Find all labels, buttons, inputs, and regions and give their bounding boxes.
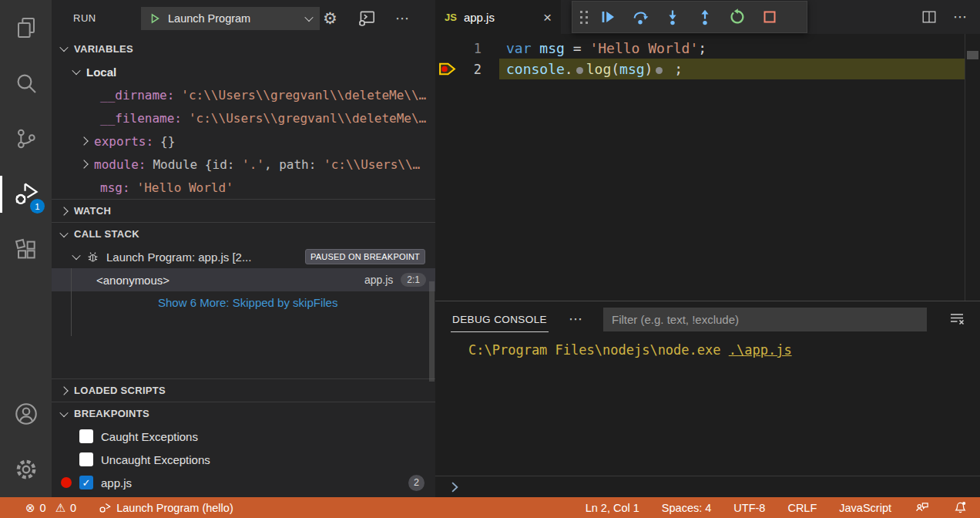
inline-breakpoint-dot-icon[interactable]: [656, 67, 663, 74]
activity-explorer[interactable]: [0, 0, 52, 56]
debug-console-panel: DEBUG CONSOLE ⋯ C:\Program Files\nodejs\…: [435, 301, 980, 497]
continue-button[interactable]: [592, 1, 624, 33]
step-out-icon: [696, 8, 714, 26]
checkbox-unchecked[interactable]: [79, 452, 93, 466]
chevron-right-icon: [79, 160, 88, 168]
language-mode[interactable]: JavaScript: [839, 502, 891, 514]
scope-local[interactable]: Local: [52, 60, 435, 83]
tab-appjs[interactable]: JS app.js ×: [435, 0, 561, 34]
chevron-right-icon: [79, 136, 88, 145]
breakpoint-row-caught[interactable]: Caught Exceptions: [52, 425, 435, 448]
status-bar: ⊗ 0 ⚠ 0 Launch Program (hello) Ln 2, Col…: [0, 497, 980, 518]
show-more-link[interactable]: Show 6 More: Skipped by skipFiles: [52, 291, 435, 313]
continue-icon: [599, 8, 617, 26]
tab-debug-console[interactable]: DEBUG CONSOLE: [451, 307, 549, 332]
cursor-position[interactable]: Ln 2, Col 1: [586, 502, 639, 514]
clear-console-button[interactable]: [948, 310, 966, 328]
indent-guide: [71, 268, 72, 336]
section-header-breakpoints[interactable]: BREAKPOINTS: [52, 402, 435, 425]
variable-row[interactable]: __filename:'c:\\Users\\gregvanl\\deleteM…: [52, 106, 435, 130]
panel-more-button[interactable]: ⋯: [569, 311, 583, 328]
notifications-button[interactable]: [952, 500, 968, 516]
section-header-variables[interactable]: VARIABLES: [52, 37, 435, 60]
console-output-link[interactable]: .\app.js: [729, 342, 792, 358]
stop-icon: [760, 8, 779, 26]
console-input-row[interactable]: [435, 476, 980, 497]
session-label: Launch Program: app.js [2...: [106, 251, 251, 264]
current-frame-breakpoint-icon[interactable]: [435, 59, 458, 79]
section-label: WATCH: [74, 205, 111, 217]
more-icon: ⋯: [395, 10, 410, 27]
indentation[interactable]: Spaces: 4: [662, 502, 712, 514]
section-header-watch[interactable]: WATCH: [52, 199, 435, 222]
console-filter-input[interactable]: [603, 308, 927, 331]
code-line-1[interactable]: 1 var msg = 'Hello World';: [435, 38, 980, 59]
breakpoint-label: app.js: [101, 476, 132, 489]
encoding[interactable]: UTF-8: [733, 502, 765, 514]
sidebar-scrollbar[interactable]: [429, 281, 435, 382]
activity-source-control[interactable]: [0, 111, 52, 166]
split-editor-button[interactable]: [921, 8, 938, 25]
feedback-button[interactable]: [914, 500, 930, 516]
more-actions-button[interactable]: ⋯: [953, 8, 968, 25]
chevron-down-icon: [72, 251, 80, 260]
bell-icon: [952, 500, 968, 516]
checkbox-unchecked[interactable]: [79, 429, 93, 443]
variable-row[interactable]: module:Module {id: '.', path: 'c:\\Users…: [52, 153, 435, 176]
step-over-button[interactable]: [624, 1, 656, 33]
section-header-loaded-scripts[interactable]: LOADED SCRIPTS: [52, 378, 435, 402]
restart-button[interactable]: [721, 1, 753, 33]
debug-status-item[interactable]: Launch Program (hello): [97, 500, 233, 516]
activity-accounts[interactable]: [0, 386, 52, 442]
problems-indicator[interactable]: ⊗ 0 ⚠ 0: [25, 501, 76, 515]
sidebar-title: RUN: [73, 12, 96, 24]
frame-file: app.js: [364, 274, 393, 286]
chevron-right-icon: [59, 386, 68, 395]
debug-session-row[interactable]: Launch Program: app.js [2... PAUSED ON B…: [52, 245, 435, 268]
stack-frame-row-selected[interactable]: <anonymous> app.js 2:1: [52, 268, 435, 291]
step-out-button[interactable]: [689, 1, 721, 33]
debug-console-toggle-button[interactable]: [357, 0, 377, 37]
checkbox-checked[interactable]: ✓: [79, 476, 93, 489]
variable-row[interactable]: msg:'Hello World': [52, 176, 435, 199]
breakpoint-row-appjs[interactable]: ✓ app.js 2: [52, 471, 435, 494]
section-header-call-stack[interactable]: CALL STACK: [52, 222, 435, 245]
activity-search[interactable]: [0, 56, 52, 111]
variable-row[interactable]: exports:{}: [52, 130, 435, 153]
close-icon[interactable]: ×: [543, 10, 552, 25]
editor-actions: ⋯: [921, 0, 980, 34]
code-editor[interactable]: 1 var msg = 'Hello World'; 2 console.log…: [435, 34, 980, 301]
extensions-icon: [14, 237, 39, 262]
drag-handle-icon[interactable]: [579, 9, 589, 25]
inline-breakpoint-dot-icon[interactable]: [576, 67, 583, 74]
configure-gear-button[interactable]: ⚙: [323, 0, 337, 37]
editor-group: JS app.js × ⋯: [435, 0, 980, 497]
code-text[interactable]: console.log(msg) ;: [506, 61, 683, 77]
editor-scrollbar[interactable]: [967, 51, 978, 59]
debug-sidebar: RUN Launch Program ⚙: [52, 0, 435, 497]
gear-icon: ⚙: [323, 9, 337, 28]
scope-label: Local: [86, 66, 116, 79]
panel-header: DEBUG CONSOLE ⋯: [435, 301, 980, 337]
breakpoint-count-badge: 2: [408, 475, 425, 491]
launch-config-dropdown[interactable]: Launch Program: [141, 7, 320, 30]
search-icon: [14, 71, 39, 96]
chevron-down-icon: [72, 66, 80, 75]
code-text[interactable]: var msg = 'Hello World';: [506, 40, 706, 56]
code-line-2-current[interactable]: 2 console.log(msg) ;: [435, 59, 980, 79]
activity-extensions[interactable]: [0, 222, 52, 278]
views-more-button[interactable]: ⋯: [395, 0, 410, 37]
activity-settings[interactable]: [0, 442, 52, 497]
line-number: 2: [458, 62, 482, 77]
breakpoint-row-uncaught[interactable]: Uncaught Exceptions: [52, 448, 435, 471]
activity-run-debug[interactable]: 1: [0, 166, 52, 222]
eol-sequence[interactable]: CRLF: [787, 502, 817, 514]
start-debug-icon[interactable]: [149, 12, 161, 25]
step-into-button[interactable]: [656, 1, 689, 33]
check-icon: ✓: [82, 477, 91, 489]
source-control-icon: [14, 126, 39, 151]
gear-icon: [13, 456, 39, 483]
restart-icon: [728, 8, 747, 26]
variable-row[interactable]: __dirname:'c:\\Users\\gregvanl\\deleteMe…: [52, 83, 435, 106]
stop-button[interactable]: [753, 1, 786, 33]
